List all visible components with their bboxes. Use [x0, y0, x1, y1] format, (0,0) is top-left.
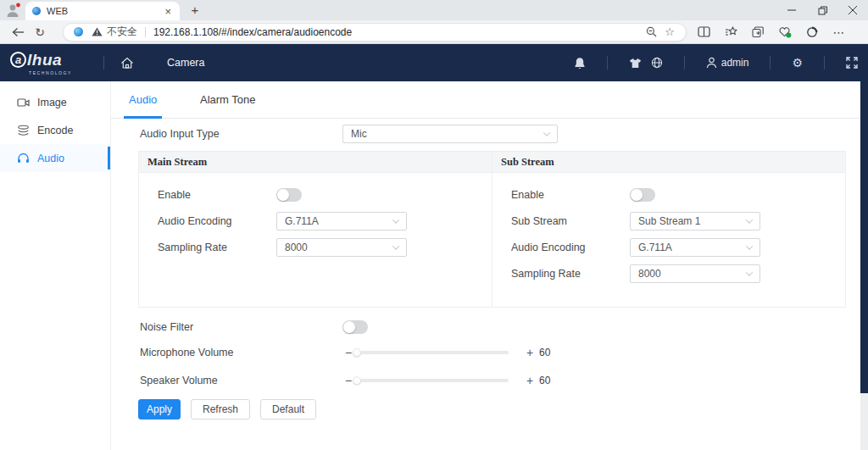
select-value: 8000	[285, 242, 308, 253]
user-menu[interactable]: admin	[706, 57, 749, 69]
new-tab-button[interactable]: +	[186, 2, 203, 19]
theme-shirt-icon[interactable]	[629, 58, 642, 69]
browser-essentials-icon[interactable]	[776, 24, 793, 41]
close-tab-icon[interactable]: ×	[163, 6, 173, 17]
zoom-out-icon[interactable]	[642, 26, 660, 37]
copilot-icon[interactable]	[804, 24, 821, 41]
slider-knob[interactable]	[353, 348, 361, 357]
sub-stream-select[interactable]: Sub Stream 1	[630, 212, 760, 231]
sampling-rate-label: Sampling Rate	[158, 242, 276, 253]
audio-input-type-label: Audio Input Type	[140, 125, 220, 143]
sub-stream-label: Sub Stream	[511, 215, 630, 227]
app-header: alhua TECHNOLOGY Camera	[0, 44, 868, 81]
enable-label: Enable	[158, 189, 276, 201]
toggle-knob	[277, 189, 289, 201]
mic-volume-value: 60	[539, 344, 550, 361]
not-secure-icon[interactable]	[92, 27, 103, 36]
select-value: G.711A	[638, 242, 672, 253]
toolbar-icons: ⋯	[695, 24, 848, 41]
header-divider	[824, 56, 825, 69]
main-stream-enable-toggle[interactable]	[276, 188, 302, 202]
sidebar-item-encode[interactable]: Encode	[0, 116, 110, 144]
stream-panels: Main Stream Enable Audio Encoding G.711A…	[138, 151, 846, 308]
address-divider	[145, 27, 146, 37]
sidebar-item-label: Encode	[37, 125, 73, 136]
sub-sampling-rate-select[interactable]: 8000	[630, 264, 760, 283]
chevron-down-icon	[543, 129, 550, 136]
favorite-star-icon[interactable]: ☆	[660, 25, 679, 38]
slider-knob[interactable]	[353, 376, 361, 385]
browser-tab-strip: WEB × +	[0, 0, 868, 20]
main-sampling-rate-select[interactable]: 8000	[276, 238, 407, 257]
tab-audio[interactable]: Audio	[124, 81, 162, 119]
refresh-icon[interactable]: ↻	[29, 23, 51, 42]
enable-label: Enable	[511, 189, 630, 201]
mic-volume-slider[interactable]	[357, 351, 509, 354]
scrollbar-thumb[interactable]	[860, 81, 868, 393]
tab-alarm-tone[interactable]: Alarm Tone	[200, 81, 256, 119]
address-bar[interactable]: 不安全 192.168.1.108/#/index/camera/audioen…	[63, 23, 687, 42]
dahua-logo: alhua TECHNOLOGY	[10, 51, 92, 75]
scrollbar-track[interactable]	[860, 393, 868, 450]
speaker-volume-slider[interactable]	[357, 379, 509, 382]
sidebar-item-audio[interactable]: Audio	[0, 144, 110, 172]
browser-tab[interactable]: WEB ×	[25, 2, 180, 20]
header-divider	[684, 56, 685, 69]
toggle-knob	[631, 189, 643, 201]
sidebar-item-label: Image	[37, 97, 67, 108]
home-icon[interactable]	[116, 57, 138, 69]
url-text[interactable]: 192.168.1.108/#/index/camera/audioencode	[153, 26, 642, 38]
back-icon[interactable]	[7, 23, 29, 42]
nav-camera[interactable]: Camera	[167, 57, 204, 69]
toggle-knob	[343, 321, 355, 333]
collections-add-icon[interactable]	[749, 24, 766, 41]
microphone-volume-label: Microphone Volume	[140, 344, 233, 361]
username: admin	[721, 57, 749, 69]
more-menu-icon[interactable]: ⋯	[831, 24, 848, 41]
main-audio-encoding-select[interactable]: G.711A	[276, 212, 407, 231]
user-icon	[706, 57, 717, 69]
restore-icon[interactable]	[807, 0, 837, 20]
audio-encoding-label: Audio Encoding	[511, 242, 630, 253]
sub-audio-encoding-select[interactable]: G.711A	[630, 238, 760, 257]
chevron-down-icon	[746, 242, 753, 249]
screen: WEB × + ↻	[0, 0, 868, 450]
sub-stream-panel: Sub Stream Enable Sub Stream Sub Stream …	[492, 152, 845, 307]
security-label[interactable]: 不安全	[107, 25, 137, 39]
apply-button[interactable]: Apply	[138, 399, 181, 419]
profile-avatar-icon[interactable]	[5, 3, 22, 18]
content-tabs: Audio Alarm Tone	[111, 81, 860, 119]
settings-gear-icon[interactable]: ⚙	[792, 57, 803, 69]
chevron-down-icon	[392, 216, 399, 223]
default-button[interactable]: Default	[260, 399, 316, 419]
sidebar-item-label: Audio	[37, 153, 64, 164]
speaker-volume-label: Speaker Volume	[140, 372, 218, 389]
noise-filter-toggle[interactable]	[342, 320, 368, 334]
close-window-icon[interactable]	[837, 0, 868, 20]
encode-layers-icon	[17, 125, 30, 136]
sub-stream-enable-toggle[interactable]	[630, 188, 655, 202]
sidebar-item-image[interactable]: Image	[0, 88, 110, 116]
select-value: Sub Stream 1	[638, 215, 700, 227]
minimize-icon[interactable]	[776, 0, 807, 20]
browser-toolbar: ↻ 不安全 192.168.1.108/#/index/camera/audio…	[0, 20, 868, 44]
mic-volume-increase-button[interactable]: +	[524, 344, 536, 361]
split-screen-icon[interactable]	[695, 24, 712, 41]
header-divider	[607, 56, 608, 69]
language-globe-icon[interactable]	[651, 57, 663, 69]
main-stream-title: Main Stream	[139, 152, 492, 173]
notification-bell-icon[interactable]	[574, 57, 586, 69]
action-buttons: Apply Refresh Default	[138, 399, 316, 419]
refresh-button[interactable]: Refresh	[191, 399, 250, 419]
select-value: G.711A	[285, 215, 319, 227]
audio-input-type-value: Mic	[351, 128, 367, 140]
header-divider	[103, 56, 104, 69]
image-camera-icon	[17, 97, 30, 108]
audio-input-type-select[interactable]: Mic	[342, 125, 558, 143]
fullscreen-icon[interactable]	[846, 57, 858, 69]
speaker-volume-increase-button[interactable]: +	[524, 372, 536, 389]
favorites-hub-icon[interactable]	[722, 24, 739, 41]
audio-headphones-icon	[17, 153, 30, 164]
sidebar: Image Encode Audio	[0, 81, 111, 450]
noise-filter-label: Noise Filter	[140, 320, 193, 334]
